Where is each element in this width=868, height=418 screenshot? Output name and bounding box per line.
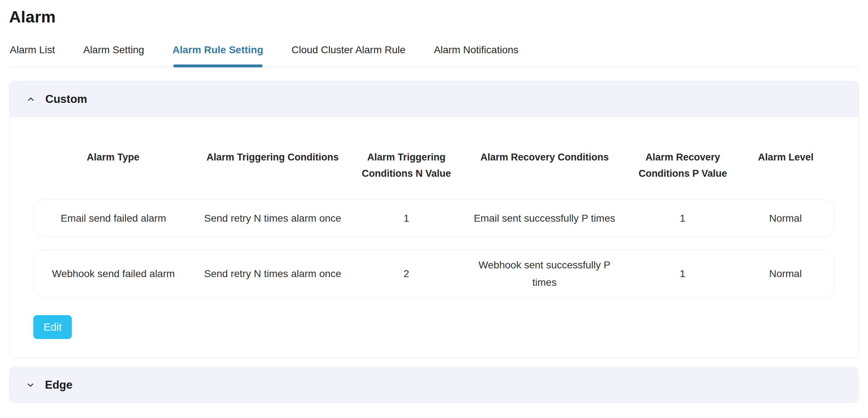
cell-triggering-conditions: Send retry N times alarm once [193,210,352,227]
cell-recovery-conditions: Email sent successfully P times [460,210,629,227]
edit-button[interactable]: Edit [33,315,72,339]
custom-section-header[interactable]: Custom [9,81,859,117]
table-row: Email send failed alarm Send retry N tim… [33,200,835,237]
cell-alarm-level: Normal [737,210,834,227]
column-header-alarm-level: Alarm Level [737,149,835,166]
cell-alarm-type: Email send failed alarm [34,210,193,227]
page-title: Alarm [9,7,859,27]
table-header-row: Alarm Type Alarm Triggering Conditions A… [33,117,835,200]
chevron-up-icon [26,94,36,104]
column-header-p-value: Alarm Recovery Conditions P Value [629,149,737,181]
alarm-page: Alarm Alarm List Alarm Setting Alarm Rul… [0,7,868,403]
cell-alarm-type: Webhook send failed alarm [34,265,193,283]
column-header-n-value: Alarm Triggering Conditions N Value [352,149,460,181]
custom-section-title: Custom [45,93,87,106]
table-row: Webhook send failed alarm Send retry N t… [33,250,835,298]
custom-section: Custom Alarm Type Alarm Triggering Condi… [9,81,859,358]
edge-section-title: Edge [45,379,73,392]
tab-alarm-notifications[interactable]: Alarm Notifications [433,44,519,67]
cell-p-value: 1 [629,210,737,227]
chevron-down-icon [25,380,36,390]
tab-alarm-rule-setting[interactable]: Alarm Rule Setting [172,44,264,67]
column-header-triggering-conditions: Alarm Triggering Conditions [193,149,352,166]
cell-p-value: 1 [629,265,737,283]
tab-alarm-list[interactable]: Alarm List [9,44,55,67]
column-header-recovery-conditions: Alarm Recovery Conditions [460,149,629,166]
cell-triggering-conditions: Send retry N times alarm once [193,265,352,283]
cell-n-value: 1 [352,210,460,227]
tab-alarm-setting[interactable]: Alarm Setting [82,44,145,67]
cell-alarm-level: Normal [737,265,834,283]
column-header-alarm-type: Alarm Type [33,149,193,166]
tab-cloud-cluster-alarm-rule[interactable]: Cloud Cluster Alarm Rule [291,44,406,67]
tab-bar: Alarm List Alarm Setting Alarm Rule Sett… [9,44,859,67]
edge-section-header[interactable]: Edge [9,367,859,403]
custom-section-body: Alarm Type Alarm Triggering Conditions A… [9,117,859,358]
cell-n-value: 2 [352,265,460,283]
cell-recovery-conditions: Webhook sent successfully P times [460,256,629,291]
